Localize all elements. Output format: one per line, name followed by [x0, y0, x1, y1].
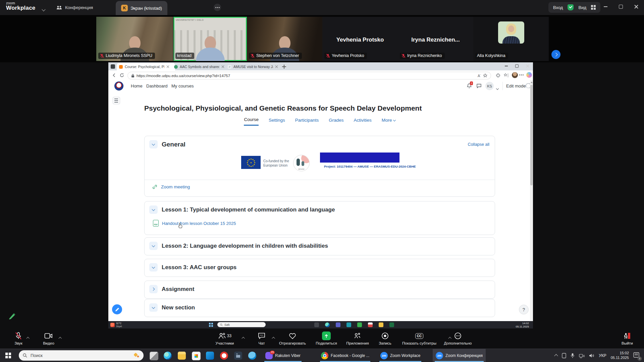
- remote-calendar-icon[interactable]: [368, 322, 373, 327]
- tab-close-icon[interactable]: [166, 65, 169, 68]
- copilot-icon[interactable]: [526, 72, 532, 78]
- security-shield-icon[interactable]: [568, 4, 574, 10]
- tab-screen-krisstad[interactable]: K Экран (krisstad): [116, 1, 167, 15]
- remote-teams-icon[interactable]: [336, 322, 340, 327]
- profile-avatar[interactable]: [512, 72, 518, 78]
- remote-explorer-icon[interactable]: [379, 322, 383, 327]
- browser-menu-icon[interactable]: [521, 74, 522, 75]
- video-tile-yevhenia[interactable]: Yevhenia Protsko Yevhenia Protsko: [322, 17, 398, 61]
- skype-icon[interactable]: [248, 352, 256, 360]
- remote-task-view-icon[interactable]: [314, 322, 319, 327]
- screen-tab-options-button[interactable]: [214, 4, 221, 11]
- tab-close-icon[interactable]: [275, 65, 278, 68]
- video-tile-iryna[interactable]: Iryna Reznichen... Iryna Reznichenko: [398, 17, 473, 61]
- browser-workspace-icon[interactable]: [111, 64, 115, 69]
- language-indicator[interactable]: УКР: [599, 353, 606, 358]
- tab-course[interactable]: Course: [244, 117, 259, 126]
- more-button[interactable]: Дополнительно: [438, 331, 478, 345]
- microsoft-store-icon[interactable]: [192, 352, 201, 360]
- annotate-button[interactable]: [112, 304, 122, 314]
- read-aloud-button[interactable]: Aᵕ: [478, 73, 481, 78]
- messages-icon[interactable]: [476, 83, 482, 88]
- taskbar-app-zoom-conference[interactable]: zm Zoom Конференция: [433, 349, 486, 362]
- edge-taskbar-icon[interactable]: [164, 352, 172, 360]
- tab-grades[interactable]: Grades: [329, 117, 343, 126]
- collapse-section-chevron[interactable]: [149, 303, 158, 312]
- next-participants-page-button[interactable]: [551, 50, 560, 59]
- file-explorer-icon[interactable]: [178, 352, 186, 360]
- browser-scrollbar[interactable]: [530, 80, 533, 321]
- collapse-all-link[interactable]: Collapse all: [468, 142, 489, 147]
- leave-button[interactable]: Выйти: [609, 331, 644, 345]
- taskbar-search-input[interactable]: Поиск: [19, 350, 144, 361]
- collapse-section-chevron[interactable]: [149, 263, 158, 272]
- browser-close-button[interactable]: [522, 62, 533, 70]
- collapse-section-chevron[interactable]: [149, 140, 158, 148]
- tab-activities[interactable]: Activities: [354, 117, 372, 126]
- refresh-button[interactable]: [119, 73, 124, 78]
- extensions-icon[interactable]: [496, 73, 500, 78]
- task-view-button[interactable]: [150, 352, 158, 360]
- collapse-section-chevron[interactable]: [149, 242, 158, 250]
- collapse-section-chevron[interactable]: [149, 205, 158, 214]
- zoom-meeting-link[interactable]: Zoom meeting: [161, 184, 190, 189]
- user-menu-chevron-icon[interactable]: [496, 85, 498, 91]
- video-tile-stephen[interactable]: Stephen von Tetzchner: [247, 17, 322, 61]
- tab-settings[interactable]: Settings: [269, 117, 285, 126]
- taskbar-app-zoom-workplace[interactable]: zm Zoom Workplace: [377, 349, 423, 362]
- video-options-chevron[interactable]: [59, 335, 61, 341]
- participants-button[interactable]: 33 Участники: [206, 331, 243, 345]
- remote-chat-icon[interactable]: [346, 322, 351, 327]
- tab-more[interactable]: More: [382, 117, 395, 126]
- taskbar-app-viber[interactable]: 25 Rakuten Viber: [262, 349, 304, 362]
- new-tab-button[interactable]: [281, 64, 287, 69]
- remote-edge-icon[interactable]: [325, 322, 330, 327]
- react-button[interactable]: Отреагировать: [274, 331, 311, 345]
- nav-my-courses[interactable]: My courses: [171, 83, 194, 88]
- zoom-minimize-button[interactable]: [598, 0, 613, 13]
- outlook-icon[interactable]: [206, 352, 214, 360]
- device-icon[interactable]: [562, 353, 566, 358]
- audio-options-chevron[interactable]: [27, 335, 29, 341]
- remote-weather-widget[interactable]: 11°C Skyet: [110, 322, 122, 328]
- course-index-toggle-button[interactable]: [113, 97, 120, 104]
- network-icon[interactable]: [579, 353, 585, 358]
- zoom-maximize-button[interactable]: [613, 0, 629, 13]
- back-button[interactable]: [112, 73, 117, 78]
- handout-link[interactable]: Handout from lesson October 15 2025: [162, 221, 236, 226]
- address-bar[interactable]: https://moodle.udpu.edu.ua/course/view.p…: [127, 72, 491, 79]
- taskbar-app-chrome[interactable]: Facebook - Google ...: [318, 349, 372, 362]
- browser-tab-amuse[interactable]: // AMUSE visit to Norway January 2: [225, 63, 282, 70]
- nav-home[interactable]: Home: [131, 83, 143, 88]
- university-logo[interactable]: [114, 81, 123, 90]
- workspace-chevron-icon[interactable]: [42, 6, 45, 12]
- browser-tab-aac[interactable]: AAC Symbols and shared resourc: [172, 63, 229, 70]
- notification-center-button[interactable]: 3: [633, 352, 639, 359]
- video-tile-alla[interactable]: Alla Kolyshkina: [473, 17, 549, 61]
- favorites-bar-icon[interactable]: [504, 73, 509, 78]
- remote-messenger-icon[interactable]: [357, 322, 362, 327]
- video-tile-liudmyla[interactable]: Liudmyla Mironets SSPU: [96, 17, 173, 61]
- volume-icon[interactable]: [589, 353, 594, 358]
- remote-excel-icon[interactable]: [389, 322, 394, 327]
- tab-close-icon[interactable]: [221, 65, 224, 68]
- browser-restore-button[interactable]: [512, 62, 522, 70]
- zoom-close-button[interactable]: [629, 0, 644, 13]
- browser-tab-course[interactable]: Course: Psychological, Physiologi: [117, 63, 175, 70]
- captions-button[interactable]: CC Показать субтитры: [396, 331, 443, 345]
- remote-clock[interactable]: 14:02 05.11.2025: [516, 322, 529, 328]
- calculator-icon[interactable]: [234, 352, 242, 360]
- opera-icon[interactable]: [220, 352, 228, 360]
- hidden-icons-chevron[interactable]: [555, 353, 557, 359]
- browser-minimize-button[interactable]: [501, 62, 512, 70]
- favorite-star-icon[interactable]: [483, 73, 487, 78]
- start-button[interactable]: [5, 353, 11, 358]
- user-avatar[interactable]: KS: [485, 82, 494, 90]
- activity-zoom-meeting[interactable]: Zoom meeting: [152, 184, 190, 190]
- login-button[interactable]: Вход: [553, 5, 563, 10]
- video-tile-krisstad[interactable]: UNIVERSITETET I OSLO krisstad: [173, 17, 247, 61]
- tab-conference[interactable]: Конференция: [56, 0, 93, 15]
- remote-search-input[interactable]: Søk: [217, 322, 266, 327]
- taskbar-clock[interactable]: 15:02 05.11.2025: [611, 351, 629, 360]
- nav-dashboard[interactable]: Dashboard: [146, 83, 168, 88]
